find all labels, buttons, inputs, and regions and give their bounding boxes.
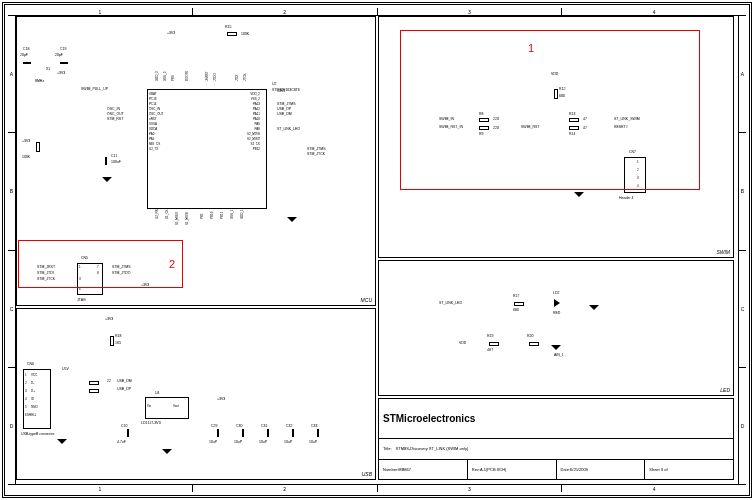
ruler-col: 3 bbox=[378, 8, 563, 15]
sheet-of: of bbox=[664, 467, 667, 472]
pin-pa12: PA12 bbox=[253, 107, 260, 111]
cn6-gnd: GND bbox=[31, 405, 38, 409]
ruler-row: C bbox=[8, 251, 15, 368]
c19-ref: C19 bbox=[60, 47, 66, 51]
swim-block-label: SWIM bbox=[716, 249, 730, 255]
ruler-col: 2 bbox=[193, 485, 378, 492]
pin-pb12: PB12 bbox=[253, 147, 260, 151]
usb-block: USB CN6 USB-typeB connector VCC D- D+ ID… bbox=[16, 308, 376, 480]
rusb1-symbol bbox=[89, 381, 99, 385]
ruler-left: A B C D bbox=[8, 16, 16, 484]
pin-osc-in: OSC_IN bbox=[149, 107, 160, 111]
c32-val: 10uP bbox=[284, 440, 292, 444]
u4-regulator bbox=[145, 397, 189, 419]
pin-jtdo: JTDO bbox=[213, 73, 217, 81]
cn5-jtag: JTAG bbox=[77, 298, 86, 302]
net-usb-dp2: USB_DP bbox=[117, 387, 131, 391]
r19-symbol bbox=[489, 342, 499, 346]
pin-u2-tx: U2_TX bbox=[149, 147, 158, 151]
ruler-row: C bbox=[739, 251, 746, 368]
c32-ref: C32 bbox=[286, 424, 292, 428]
net-jtms-r: STM_JTMS bbox=[307, 147, 325, 151]
net-osc-in: OSC_IN bbox=[107, 107, 120, 111]
led-block-label: LED bbox=[720, 387, 730, 393]
u4-vout: Vout bbox=[173, 404, 179, 408]
cn6-p5: 5 bbox=[25, 405, 27, 409]
c11-ref: C11 bbox=[111, 154, 117, 158]
pin-u2-rx: U2_RX bbox=[155, 209, 159, 219]
c30-val: 10uP bbox=[234, 440, 242, 444]
ruler-col: 4 bbox=[562, 8, 746, 15]
ruler-row: D bbox=[8, 368, 15, 484]
led-icon bbox=[554, 299, 560, 307]
pin-jtck: JTCK bbox=[243, 74, 247, 82]
net-p3v3-a: +3V3 bbox=[57, 71, 65, 75]
highlight-label-1: 1 bbox=[528, 42, 534, 54]
pin-vssa: VSSA bbox=[149, 122, 157, 126]
pin-jnrst: JNRST bbox=[205, 71, 209, 81]
ruler-col: 3 bbox=[378, 485, 563, 492]
pin-vdd2: VDD_2 bbox=[250, 92, 260, 96]
net-u5v: U5V bbox=[62, 367, 69, 371]
pin-pa9: PA9 bbox=[255, 122, 260, 126]
pin-pa0: PA0 bbox=[149, 132, 154, 136]
pin-vbat: VBAT bbox=[149, 92, 157, 96]
pin-pa10: PA10 bbox=[253, 117, 260, 121]
pin-osc-out: OSC_OUT bbox=[149, 112, 164, 116]
title-block: STMicroelectronics Title: STM8S-Discover… bbox=[378, 398, 734, 480]
c18-val: 20pF bbox=[20, 53, 28, 57]
ld2-color: RED bbox=[553, 311, 560, 315]
rusb2-symbol bbox=[89, 389, 99, 393]
highlight-label-2: 2 bbox=[169, 258, 175, 270]
highlight-box-1 bbox=[400, 30, 700, 190]
pin-pa13: PA13 bbox=[253, 102, 260, 106]
ruler-row: B bbox=[739, 133, 746, 250]
cn6-connector bbox=[23, 369, 51, 429]
x1-ref: X1 bbox=[46, 67, 50, 71]
ruler-col: 1 bbox=[8, 8, 193, 15]
c30-ref: C30 bbox=[236, 424, 242, 428]
cn6-ref: CN6 bbox=[27, 362, 34, 366]
c10-symbol bbox=[127, 429, 129, 437]
cn6-p2: 2 bbox=[25, 381, 27, 385]
net-st-link-led2: ST_LINK_LED bbox=[439, 301, 462, 305]
c18-ref: C18 bbox=[23, 47, 29, 51]
c19-val: 20pF bbox=[55, 53, 63, 57]
pin-pb10: PB10 bbox=[210, 212, 214, 219]
r18-symbol bbox=[110, 336, 114, 346]
u4-part: LD1117-3V3 bbox=[141, 421, 161, 425]
r15-val: 100K bbox=[241, 32, 249, 36]
cn6-p4: 4 bbox=[25, 397, 27, 401]
cn6-dm: D- bbox=[31, 381, 34, 385]
c19-symbol bbox=[60, 62, 68, 64]
c31-ref: C31 bbox=[261, 424, 267, 428]
pin-pa8: PA8 bbox=[255, 127, 260, 131]
pin-vss2: VSS_2 bbox=[251, 97, 260, 101]
pin-vdda: VDDA bbox=[149, 127, 157, 131]
pin-vss1: VSS_1 bbox=[230, 210, 234, 219]
x1-val: 8MHz bbox=[35, 79, 44, 83]
c11-symbol bbox=[105, 157, 107, 165]
net-stm-rst: STM_RST bbox=[107, 117, 123, 121]
gnd-icon bbox=[162, 449, 172, 455]
sheet-label: Sheet 3 bbox=[649, 467, 663, 472]
pin-vss3: VSS_3 bbox=[163, 72, 167, 81]
pin-nrst: nRST bbox=[149, 117, 157, 121]
rusb-val: 22 bbox=[107, 379, 111, 383]
r20-symbol bbox=[529, 342, 539, 346]
u4-vin: Vin bbox=[147, 404, 151, 408]
net-p3v3-out: +3V3 bbox=[217, 397, 225, 401]
cn7-part: Header 4 bbox=[619, 196, 633, 200]
c30-symbol bbox=[242, 429, 244, 437]
cn6-dp: D+ bbox=[31, 389, 35, 393]
r20-ref: R20 bbox=[527, 334, 533, 338]
c11-val: 100nF bbox=[111, 160, 121, 164]
number-value: MB867 bbox=[398, 467, 411, 472]
mcu-block-label: MCU bbox=[361, 297, 372, 303]
date-label: Date: bbox=[561, 467, 571, 472]
pin-boot0: BOOT0 bbox=[185, 71, 189, 81]
c31-val: 10uP bbox=[259, 440, 267, 444]
pin-s2-mosi: S2_MOSI bbox=[247, 132, 260, 136]
pin-vdd3: VDD_3 bbox=[155, 71, 159, 81]
r17-ref: R17 bbox=[513, 294, 519, 298]
